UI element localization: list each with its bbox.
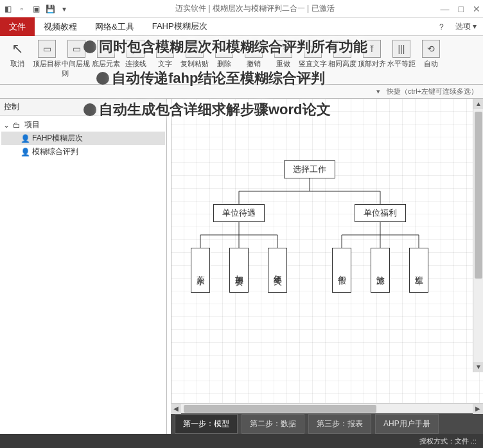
ribbon-label: 底层元素 [92,59,120,69]
canvas-horizontal-scrollbar[interactable]: ◀ ▶ [171,403,483,413]
scroll-left-icon[interactable]: ◀ [171,404,181,414]
scroll-up-icon[interactable]: ▲ [473,99,483,109]
tree-root[interactable]: ⌄ 🗀 项目 [1,118,165,132]
scroll-thumb[interactable] [184,405,376,413]
sidebar-header: 控制 [0,99,166,116]
title-bar: ◧ ▫ ▣ 💾 ▾ 迈实软件 | 模糊层次与模糊评判二合一 | 已激活 — □ … [0,0,483,18]
maximize-button[interactable]: □ [459,4,464,14]
ribbon-icon: ↷ [274,40,292,58]
ribbon-icon: ╱ [127,40,145,58]
node-mid-2[interactable]: 单位福利 [355,204,406,222]
ribbon-label: 重做 [276,59,290,69]
ribbon-取消[interactable]: ↖取消 [3,39,32,69]
status-bar: 授权方式：文件 .:: [0,434,483,448]
ribbon-label: 连接线 [125,59,146,69]
tab-network[interactable]: 网络&工具 [86,17,143,37]
scroll-right-icon[interactable]: ▶ [473,404,483,414]
canvas[interactable]: 选择工作 单位待遇 单位福利 薪水 加班费 年终奖 年假 旅游 班车 ▲ ▼ [171,99,483,403]
ribbon-icon: ||| [392,40,410,58]
app-icon: ◧ [3,4,13,14]
ribbon-icon: T [156,40,174,58]
scroll-thumb[interactable] [475,112,482,279]
qat-dropdown-icon[interactable]: ▾ [59,4,69,14]
ribbon-文字[interactable]: T文字 [150,39,180,69]
tree-item-label: FAHP模糊层次 [32,133,83,144]
ribbon-icon: ✕ [215,40,233,58]
node-leaf[interactable]: 加班费 [229,248,249,293]
qat-open-icon[interactable]: ▣ [31,4,41,14]
ribbon-label: 删除 [217,59,231,69]
node-leaf[interactable]: 旅游 [371,248,390,293]
window-title: 迈实软件 | 模糊层次与模糊评判二合一 | 已激活 [69,3,441,14]
step-2[interactable]: 第三步：报表 [308,414,371,434]
status-text: 授权方式：文件 .:: [419,436,477,446]
ribbon-顶部对齐[interactable]: ⤒顶部对齐 [357,39,387,69]
ribbon-icon: ⤒ [363,40,381,58]
person-icon: 👤 [21,148,30,157]
ribbon-撤销[interactable]: ↶撤销 [239,39,268,69]
connector-lines [171,99,483,403]
ribbon-label: 相同高度 [328,59,356,69]
ribbon-label: 竖直文字 [299,59,327,69]
node-leaf[interactable]: 年假 [332,248,351,293]
canvas-area: 选择工作 单位待遇 单位福利 薪水 加班费 年终奖 年假 旅游 班车 ▲ ▼ ◀… [167,99,483,434]
ribbon-顶层目标[interactable]: ▭顶层目标 [32,39,62,69]
sidebar: 控制 ⌄ 🗀 项目 👤 FAHP模糊层次 👤 模糊综合评判 [0,99,167,434]
node-leaf[interactable]: 薪水 [191,248,210,293]
ribbon-自动[interactable]: ⟲自动 [416,39,446,69]
ribbon-label: 自动 [424,59,438,69]
ribbon-中间层规则[interactable]: ▭中间层规则 [62,39,91,78]
step-1[interactable]: 第二步：数据 [242,414,304,434]
close-button[interactable]: ✕ [473,4,480,14]
minimize-button[interactable]: — [441,4,450,14]
ribbon-水平等距[interactable]: |||水平等距 [387,39,416,69]
ribbon-tabs: 文件 视频教程 网络&工具 FAHP模糊层次 ? 选项 ▾ [0,18,483,36]
ribbon-连接线[interactable]: ╱连接线 [121,39,150,69]
ribbon-label: 顶部对齐 [358,59,386,69]
ribbon-label: 中间层规则 [62,59,91,78]
canvas-vertical-scrollbar[interactable]: ▲ ▼ [473,99,483,372]
node-mid-1[interactable]: 单位待遇 [213,204,265,222]
ribbon-label: 取消 [10,59,24,69]
options-button[interactable]: 选项 ▾ [449,21,483,32]
ribbon-删除[interactable]: ✕删除 [209,39,239,69]
qat-new-icon[interactable]: ▫ [17,4,27,14]
node-leaf[interactable]: 年终奖 [268,248,287,293]
body: 控制 ⌄ 🗀 项目 👤 FAHP模糊层次 👤 模糊综合评判 [0,99,483,434]
tab-video[interactable]: 视频教程 [35,17,86,37]
ribbon-icon: ▭ [38,40,56,58]
ribbon-label: 水平等距 [387,59,416,69]
help-button[interactable]: ? [434,22,449,31]
tree-item-fahp[interactable]: 👤 FAHP模糊层次 [1,132,165,145]
scroll-down-icon[interactable]: ▼ [473,362,483,372]
step-bar: 第一步：模型第二步：数据第三步：报表AHP用户手册 [171,413,483,434]
tree-toggle-icon[interactable]: ⌄ [3,121,10,130]
tree-root-label: 项目 [24,119,40,130]
step-3[interactable]: AHP用户手册 [375,414,439,434]
folder-icon: 🗀 [13,121,22,130]
ribbon-竖直文字[interactable]: ⇅竖直文字 [298,39,328,69]
ribbon-相同高度[interactable]: ▭相同高度 [328,39,357,69]
ribbon-底层元素[interactable]: ▭底层元素 [91,39,121,69]
ribbon-sub-dropdown[interactable]: ▾ [376,87,380,96]
ribbon-icon: ▭ [97,40,115,58]
ribbon-icon: ⟲ [422,40,440,58]
ribbon-复制粘贴[interactable]: ⧉复制粘贴 [180,39,209,69]
quick-access-toolbar: ◧ ▫ ▣ 💾 ▾ [3,4,69,14]
tab-fahp[interactable]: FAHP模糊层次 [143,17,216,37]
ribbon-label: 撤销 [247,59,261,69]
ribbon-icon: ▭ [333,40,351,58]
ribbon-icon: ⧉ [186,40,204,58]
node-root[interactable]: 选择工作 [284,160,335,178]
node-leaf[interactable]: 班车 [409,248,428,293]
person-icon: 👤 [21,134,30,143]
ribbon-label: 复制粘贴 [180,59,209,69]
tab-file[interactable]: 文件 [0,17,35,37]
ribbon-sub-row: ▾ 快捷（ctrl+左键可连续多选） [0,85,483,99]
ribbon-icon: ↖ [8,40,26,58]
ribbon-重做[interactable]: ↷重做 [268,39,298,69]
step-0[interactable]: 第一步：模型 [175,414,238,434]
ribbon-icon: ▭ [67,40,85,58]
tree-item-fce[interactable]: 👤 模糊综合评判 [1,145,165,159]
qat-save-icon[interactable]: 💾 [45,4,55,14]
